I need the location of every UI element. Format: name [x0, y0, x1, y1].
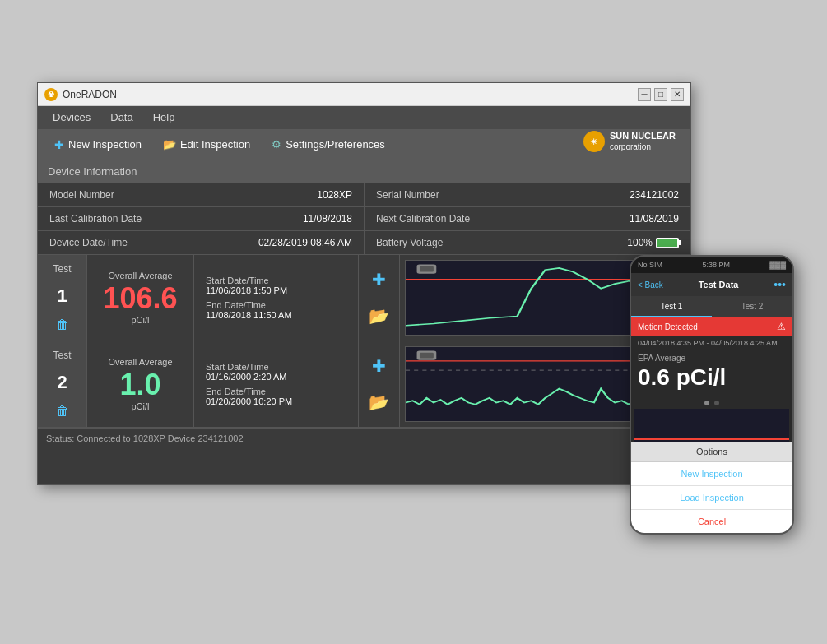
- device-info-grid: Model Number 1028XP Serial Number 234121…: [38, 183, 690, 255]
- trash-icon-2[interactable]: 🗑: [56, 404, 69, 419]
- device-info-header: Device Information: [38, 160, 690, 183]
- menu-bar: Devices Data Help: [38, 106, 690, 129]
- test-1-dates-col: Start Date/Time 11/06/2018 1:50 PM End D…: [194, 255, 359, 341]
- phone-date-text: 04/04/2018 4:35 PM - 04/05/2018 4:25 AM: [631, 336, 792, 350]
- model-cell: Model Number 1028XP: [38, 183, 365, 206]
- test-2-actions-col: ✚ 📂: [359, 341, 400, 427]
- trash-icon-1[interactable]: 🗑: [56, 317, 69, 332]
- phone-cancel-button[interactable]: Cancel: [631, 510, 792, 533]
- add-test-2-button[interactable]: ✚: [367, 354, 392, 378]
- epa-value: 0.6 pCi/l: [631, 363, 792, 397]
- info-row-1: Model Number 1028XP Serial Number 234121…: [38, 183, 690, 207]
- page-dot-1: [704, 401, 709, 405]
- test-1-actions-col: ✚ 📂: [359, 255, 400, 341]
- serial-cell: Serial Number 234121002: [365, 183, 690, 206]
- desktop: ☢ OneRADON ─ □ ✕ Devices Data Help ☀ SU: [0, 0, 827, 644]
- next-cal-cell: Next Calibration Date 11/08/2019: [365, 207, 690, 230]
- phone-page-dots: [631, 397, 792, 409]
- battery-cell: Battery Voltage 100%: [365, 231, 690, 254]
- sun-icon: ☀: [583, 131, 605, 152]
- test-1-num-col: Test 1 🗑: [38, 255, 87, 341]
- gear-icon: ⚙: [272, 138, 281, 151]
- close-button[interactable]: ✕: [671, 88, 684, 101]
- test-1-avg-col: Overall Average 106.6 pCi/l: [87, 255, 194, 341]
- menu-devices[interactable]: Devices: [44, 109, 99, 125]
- tests-container: Test 1 🗑 Overall Average 106.6 pCi/l Sta…: [38, 255, 690, 428]
- plus-icon: ✚: [54, 138, 64, 151]
- add-test-1-button[interactable]: ✚: [367, 267, 392, 292]
- phone-tab-2[interactable]: Test 2: [712, 296, 792, 317]
- phone-status-bar: No SIM 5:38 PM ▓▓▓: [631, 257, 792, 273]
- edit-inspection-button[interactable]: 📂 Edit Inspection: [155, 135, 258, 154]
- minimize-button[interactable]: ─: [638, 88, 651, 101]
- status-bar: Status: Connected to 1028XP Device 23412…: [38, 428, 690, 447]
- phone-load-inspection-button[interactable]: Load Inspection: [631, 486, 792, 510]
- new-inspection-button[interactable]: ✚ New Inspection: [46, 135, 150, 155]
- menu-bar-row: Devices Data Help ☀ SUN NUCLEAR corporat…: [38, 106, 690, 129]
- title-bar: ☢ OneRADON ─ □ ✕: [38, 83, 690, 106]
- test-2-num-col: Test 2 🗑: [38, 341, 87, 427]
- phone-options-overlay: Options New Inspection Load Inspection C…: [631, 442, 792, 533]
- menu-data[interactable]: Data: [102, 109, 141, 125]
- test-row-2: Test 2 🗑 Overall Average 1.0 pCi/l Start…: [38, 341, 690, 428]
- maximize-button[interactable]: □: [654, 88, 667, 101]
- test-2-dates-col: Start Date/Time 01/16/2000 2:20 AM End D…: [194, 341, 359, 427]
- phone-tabs: Test 1 Test 2: [631, 296, 792, 317]
- open-test-1-button[interactable]: 📂: [367, 303, 392, 328]
- phone-alert-bar: Motion Detected ⚠: [631, 317, 792, 336]
- device-dt-cell: Device Date/Time 02/28/2019 08:46 AM: [38, 231, 365, 254]
- last-cal-cell: Last Calibration Date 11/08/2018: [38, 207, 365, 230]
- folder-icon: 📂: [163, 138, 176, 151]
- main-window: ☢ OneRADON ─ □ ✕ Devices Data Help ☀ SU: [37, 82, 691, 485]
- mobile-overlay: No SIM 5:38 PM ▓▓▓ < Back Test Data ••• …: [630, 255, 794, 535]
- test-row-1: Test 1 🗑 Overall Average 106.6 pCi/l Sta…: [38, 255, 690, 341]
- svg-rect-2: [420, 266, 434, 272]
- alert-icon: ⚠: [777, 321, 786, 332]
- info-row-3: Device Date/Time 02/28/2019 08:46 AM Bat…: [38, 231, 690, 255]
- epa-label: EPA Average: [631, 350, 792, 363]
- options-title: Options: [631, 442, 792, 462]
- menu-help[interactable]: Help: [145, 109, 184, 125]
- phone-new-inspection-button[interactable]: New Inspection: [631, 462, 792, 486]
- svg-rect-6: [420, 353, 434, 359]
- title-bar-left: ☢ OneRADON: [44, 88, 117, 101]
- info-row-2: Last Calibration Date 11/08/2018 Next Ca…: [38, 207, 690, 231]
- window-title: OneRADON: [63, 89, 117, 100]
- open-test-2-button[interactable]: 📂: [367, 390, 392, 415]
- logo-text: SUN NUCLEAR corporation: [610, 131, 676, 151]
- settings-button[interactable]: ⚙ Settings/Preferences: [263, 135, 393, 154]
- page-dot-2: [714, 401, 719, 405]
- phone-tab-1[interactable]: Test 1: [631, 296, 712, 317]
- phone-back-button[interactable]: < Back: [638, 280, 663, 290]
- phone-nav-bar: < Back Test Data •••: [631, 273, 792, 296]
- test-2-avg-col: Overall Average 1.0 pCi/l: [87, 341, 194, 427]
- battery-icon: [656, 238, 679, 248]
- logo-area: ☀ SUN NUCLEAR corporation: [577, 129, 682, 154]
- app-icon: ☢: [44, 88, 58, 101]
- window-controls: ─ □ ✕: [638, 88, 684, 101]
